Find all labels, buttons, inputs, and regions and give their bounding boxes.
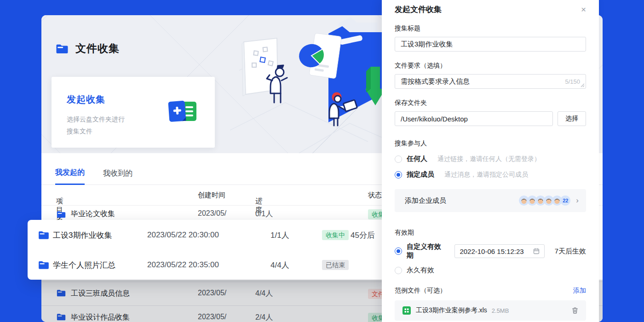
radio-label: 自定义有效期: [407, 242, 443, 260]
page-title: 文件收集: [75, 41, 120, 56]
file-requirement-value: 需按格式要求录入信息: [401, 77, 470, 86]
add-members-row[interactable]: 添加企业成员 22 ›: [395, 189, 586, 212]
tab-received-by-me[interactable]: 我收到的: [103, 169, 132, 184]
validity-label: 有效期: [395, 229, 586, 237]
choose-folder-button[interactable]: 选择: [558, 111, 586, 126]
row-date: 2023/05/22 20:30:00: [147, 230, 219, 240]
expiry-date-value: 2022-10-06 15:12:23: [460, 247, 533, 255]
validity-option-permanent[interactable]: 永久有效: [395, 266, 586, 275]
row-name: 工设3期作业收集: [53, 230, 112, 240]
row-time-note: 45分后: [351, 230, 375, 240]
radio-unselected[interactable]: [395, 267, 402, 274]
char-counter: 5/150: [565, 78, 580, 85]
row-name: 学生个人照片汇总: [53, 259, 115, 270]
folder-icon: [38, 259, 50, 271]
participants-label: 搜集参与人: [395, 139, 586, 148]
sample-file-size: 2.5MB: [492, 307, 509, 314]
file-requirement-textarea[interactable]: 需按格式要求录入信息 5/150: [395, 74, 586, 89]
save-folder-input[interactable]: [395, 111, 553, 126]
member-avatars: 22: [519, 196, 570, 206]
expiry-date-input[interactable]: 2022-10-06 15:12:23: [454, 244, 544, 258]
radio-label: 指定成员: [407, 170, 434, 179]
spreadsheet-file-icon: [402, 306, 411, 315]
stage: 文件收集: [0, 0, 644, 322]
radio-description: 通过链接，邀请任何人（无需登录）: [437, 155, 540, 163]
start-card-desc-line1: 选择云盘文件夹进行: [67, 115, 125, 123]
panel-title: 发起文件收集: [395, 4, 442, 15]
status-badge: 收集中: [322, 230, 349, 240]
row-name: 毕业论文收集: [71, 209, 115, 219]
row-progress: 1/1人: [270, 230, 289, 240]
start-card-desc-line2: 搜集文件: [67, 127, 92, 135]
participant-option-anyone[interactable]: 任何人 通过链接，邀请任何人（无需登录）: [395, 155, 586, 163]
radio-selected[interactable]: [395, 171, 402, 178]
radio-label: 任何人: [407, 155, 427, 163]
sort-icon[interactable]: [60, 197, 63, 201]
row-progress: 0/1人: [255, 209, 273, 219]
calendar-icon[interactable]: [533, 248, 540, 254]
column-created-time[interactable]: 创建时间: [198, 191, 225, 200]
row-date: 2023/05/22 20:35:00: [147, 260, 219, 270]
row-progress: 4/4人: [270, 259, 289, 270]
sort-icon[interactable]: [259, 197, 263, 201]
collection-title-label: 搜集标题: [395, 24, 586, 33]
collect-files-icon: [168, 99, 198, 126]
sample-file-name: 工设3期作业案例参考.xls: [416, 306, 487, 315]
save-folder-label: 保存文件夹: [395, 99, 586, 107]
folder-icon: [38, 229, 50, 241]
popup-row[interactable]: 工设3期作业收集 2023/05/22 20:30:00 1/1人 收集中 45…: [28, 220, 391, 250]
radio-label: 永久有效: [407, 266, 434, 275]
sample-file-item[interactable]: 工设3期作业案例参考.xls 2.5MB: [395, 300, 586, 321]
folder-icon: [56, 209, 66, 219]
member-count-badge: 22: [560, 196, 570, 206]
sample-files-label: 范例文件（可选）: [395, 287, 446, 295]
participant-option-members[interactable]: 指定成员 通过消息，邀请指定公司成员: [395, 170, 586, 179]
banner-header: 文件收集: [55, 41, 120, 56]
highlighted-rows-card: 工设3期作业收集 2023/05/22 20:30:00 1/1人 收集中 45…: [28, 220, 391, 280]
validity-option-custom[interactable]: 自定义有效期 2022-10-06 15:12:23 7天后生效: [395, 242, 586, 260]
collection-title-input[interactable]: [395, 37, 586, 52]
initiate-collection-panel: 发起文件收集 × 搜集标题 文件要求（选填） 需按格式要求录入信息 5/150 …: [382, 0, 599, 322]
resize-grip-icon[interactable]: [581, 83, 585, 87]
banner-illustration: [230, 15, 386, 153]
radio-unselected[interactable]: [395, 155, 402, 163]
add-members-label: 添加企业成员: [405, 196, 519, 205]
row-date: 2023/05/: [198, 209, 226, 218]
popup-row[interactable]: 学生个人照片汇总 2023/05/22 20:35:00 4/4人 已结束: [28, 250, 391, 280]
validity-note: 7天后生效: [555, 247, 586, 256]
start-collection-card[interactable]: 发起收集 选择云盘文件夹进行 搜集文件: [52, 77, 215, 148]
radio-description: 通过消息，邀请指定公司成员: [444, 171, 528, 179]
status-badge: 已结束: [322, 260, 349, 270]
column-status[interactable]: 状态: [368, 191, 382, 200]
radio-selected[interactable]: [395, 247, 402, 255]
tab-initiated-by-me[interactable]: 我发起的: [55, 168, 85, 185]
add-sample-link[interactable]: 添加: [573, 287, 586, 295]
folder-icon: [55, 42, 69, 56]
trash-icon[interactable]: [571, 307, 579, 314]
close-icon[interactable]: ×: [581, 5, 586, 14]
file-requirement-label: 文件要求（选填）: [395, 62, 586, 70]
chevron-right-icon[interactable]: ›: [576, 196, 579, 205]
